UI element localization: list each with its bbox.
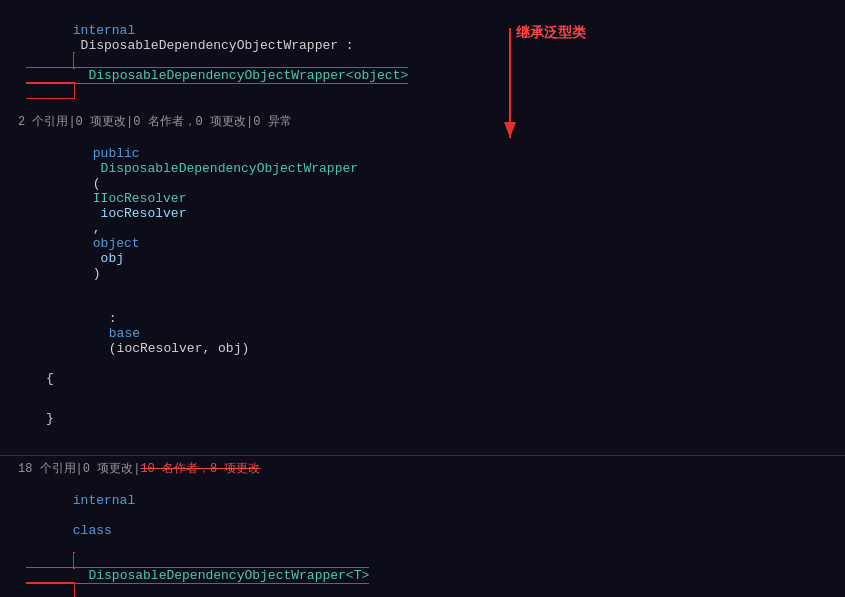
param-type-1: IIocResolver xyxy=(93,191,187,206)
brace: { xyxy=(46,371,54,386)
ctor-name: DisposableDependencyObjectWrapper xyxy=(93,161,358,176)
line-content: } xyxy=(26,411,845,426)
meta-line-1: 2 个引用|0 项更改|0 名作者，0 项更改|0 异常 xyxy=(0,113,845,131)
param-name-2: obj xyxy=(93,251,124,266)
param-name-1: iocResolver xyxy=(93,206,187,221)
space xyxy=(73,538,81,553)
base-class-name: DisposableDependencyObjectWrapper<object… xyxy=(88,68,408,83)
line-content: : base (iocResolver, obj) xyxy=(26,296,845,371)
line-content: public DisposableDependencyObjectWrapper… xyxy=(26,131,845,296)
meta-refs: 18 个引用|0 项更改| xyxy=(18,460,140,477)
class-header-line: internal DisposableDependencyObjectWrapp… xyxy=(0,8,845,113)
annotation-container-1: 继承泛型类 xyxy=(480,28,600,172)
line-content: internal DisposableDependencyObjectWrapp… xyxy=(26,8,845,113)
open-brace-1: { xyxy=(0,371,845,391)
code-editor: internal DisposableDependencyObjectWrapp… xyxy=(0,0,845,597)
base-args: (iocResolver, obj) xyxy=(109,341,249,356)
meta-strikethrough: 10 名作者，8 项更改 xyxy=(140,460,260,477)
generic-class-box: DisposableDependencyObjectWrapper<T> xyxy=(26,552,369,597)
kw-internal: internal xyxy=(73,493,135,508)
base-keyword: base xyxy=(109,326,140,341)
comma: , xyxy=(93,221,109,236)
empty-line-2 xyxy=(0,431,845,451)
base-call-line: : base (iocResolver, obj) xyxy=(0,296,845,371)
generic-class-name: DisposableDependencyObjectWrapper<T> xyxy=(88,568,369,583)
close-brace-1: } xyxy=(0,411,845,431)
generic-class-line: internal class DisposableDependencyObjec… xyxy=(0,478,845,597)
constructor-line: public DisposableDependencyObjectWrapper… xyxy=(0,131,845,296)
param-type-2: object xyxy=(93,236,140,251)
meta-line-2: 18 个引用|0 项更改| 10 名作者，8 项更改 xyxy=(0,460,845,478)
ctor-params: ( xyxy=(93,176,101,191)
kw-class: class xyxy=(73,523,112,538)
keyword-internal: internal xyxy=(73,23,135,38)
base-call: : xyxy=(109,311,125,326)
meta-text-1: 2 个引用|0 项更改|0 名作者，0 项更改|0 异常 xyxy=(18,113,292,130)
section-divider xyxy=(0,455,845,456)
class-name-text: DisposableDependencyObjectWrapper : xyxy=(73,38,362,53)
line-content: internal class DisposableDependencyObjec… xyxy=(26,478,845,597)
close-paren: ) xyxy=(93,266,101,281)
space xyxy=(73,508,81,523)
base-class-box: DisposableDependencyObjectWrapper<object… xyxy=(26,52,408,99)
arrow-svg-1 xyxy=(480,28,600,168)
annotation-text-1: 继承泛型类 xyxy=(516,24,586,42)
line-content: { xyxy=(26,371,845,386)
brace: } xyxy=(46,411,54,426)
empty-line-1 xyxy=(0,391,845,411)
kw-public: public xyxy=(93,146,140,161)
